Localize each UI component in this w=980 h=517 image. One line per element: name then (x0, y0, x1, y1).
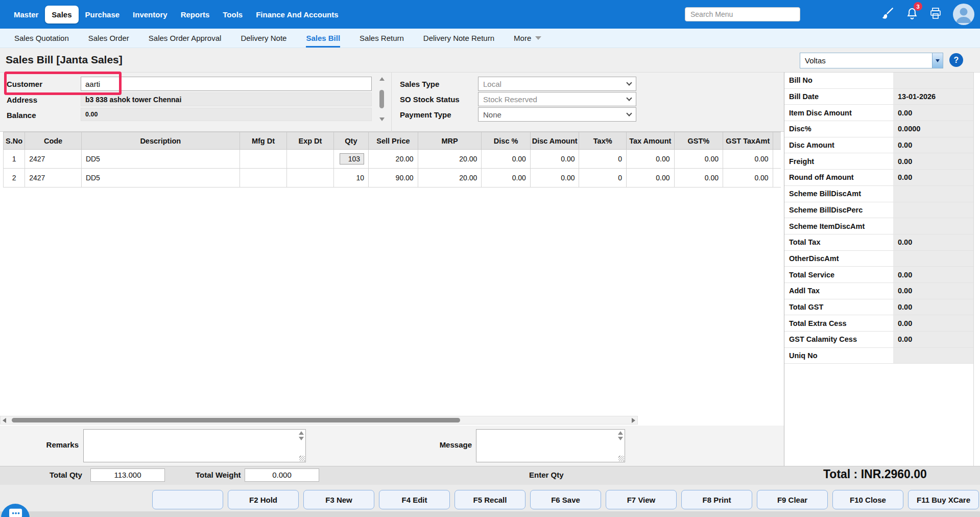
function-button-f11-buy-xcare[interactable]: F11 Buy XCare (908, 490, 979, 509)
cell-qty[interactable]: 103 (333, 150, 368, 169)
function-button-f9-clear[interactable]: F9 Clear (757, 490, 828, 509)
menu-item-purchase[interactable]: Purchase (79, 6, 127, 24)
help-icon[interactable]: ? (949, 53, 963, 67)
column-header-exp-dt[interactable]: Exp Dt (287, 132, 334, 150)
summary-value-scheme-billdiscamt[interactable] (893, 186, 973, 202)
tab-delivery-note[interactable]: Delivery Note (241, 29, 286, 48)
theme-brush-icon[interactable] (880, 7, 894, 21)
cell-mrp[interactable]: 20.00 (418, 150, 482, 169)
summary-value-bill-date[interactable]: 13-01-2026 (893, 89, 973, 105)
so-stock-status-select[interactable]: Stock Reserved (478, 92, 636, 106)
menu-item-sales[interactable]: Sales (45, 6, 78, 24)
selected-cell[interactable]: 103 (340, 153, 364, 165)
column-header-mfg-dt[interactable]: Mfg Dt (240, 132, 287, 150)
sales-type-select[interactable]: Local (478, 77, 636, 91)
search-input[interactable] (685, 7, 800, 21)
company-selector-dropdown-button[interactable] (932, 53, 943, 68)
cell-mfg-dt[interactable] (240, 169, 287, 187)
column-header-tax-amount[interactable]: Tax Amount (626, 132, 674, 150)
grid-horizontal-scrollbar[interactable] (0, 416, 638, 425)
summary-value-total-tax[interactable]: 0.00 (893, 234, 973, 250)
summary-value-item-disc-amount[interactable]: 0.00 (893, 105, 973, 121)
cell-s[interactable] (773, 169, 781, 187)
column-header-code[interactable]: Code (25, 132, 82, 150)
cell-disc[interactable]: 0.00 (482, 150, 531, 169)
summary-value-total-extra-cess[interactable]: 0.00 (893, 315, 973, 331)
cell-description[interactable]: DD5 (81, 150, 240, 169)
summary-value-disc[interactable]: 0.0000 (893, 121, 973, 137)
tab-delivery-note-return[interactable]: Delivery Note Return (423, 29, 494, 48)
cell-mrp[interactable]: 20.00 (418, 169, 482, 187)
scroll-down-icon[interactable] (618, 437, 623, 440)
cell-disc-amount[interactable]: 0.00 (530, 169, 579, 187)
summary-value-addl-tax[interactable]: 0.00 (893, 283, 973, 299)
tab-sales-quotation[interactable]: Sales Quotation (14, 29, 69, 48)
scroll-down-icon[interactable] (379, 118, 385, 121)
column-header-disc-amount[interactable]: Disc Amount (530, 132, 579, 150)
scroll-up-icon[interactable] (379, 77, 385, 81)
cell-code[interactable]: 2427 (25, 169, 82, 187)
cell-qty[interactable]: 10 (333, 169, 368, 187)
menu-item-reports[interactable]: Reports (174, 6, 217, 24)
tab-sales-order[interactable]: Sales Order (88, 29, 129, 48)
menu-item-finance-and-accounts[interactable]: Finance And Accounts (249, 6, 345, 24)
tab-sales-return[interactable]: Sales Return (360, 29, 404, 48)
column-header-s[interactable]: S (773, 132, 781, 150)
resize-grip-icon[interactable] (618, 456, 624, 461)
scroll-down-icon[interactable] (299, 437, 304, 440)
cell-mfg-dt[interactable] (240, 150, 287, 169)
chat-icon[interactable] (1, 504, 30, 517)
summary-value-otherdiscamt[interactable] (893, 251, 973, 267)
column-header-gst[interactable]: GST% (674, 132, 723, 150)
scroll-left-icon[interactable] (3, 418, 6, 423)
summary-value-bill-no[interactable] (893, 73, 973, 88)
tab-sales-order-approval[interactable]: Sales Order Approval (149, 29, 222, 48)
column-header-qty[interactable]: Qty (333, 132, 368, 150)
cell-s[interactable] (773, 150, 781, 169)
summary-value-disc-amount[interactable]: 0.00 (893, 137, 973, 153)
cell-tax[interactable]: 0 (579, 169, 627, 187)
cell-sell-price[interactable]: 90.00 (369, 169, 418, 187)
function-button-f7-view[interactable]: F7 View (606, 490, 677, 509)
function-button-f5-recall[interactable]: F5 Recall (455, 490, 525, 509)
customer-input[interactable] (81, 77, 372, 91)
cell-code[interactable]: 2427 (25, 150, 82, 169)
cell-exp-dt[interactable] (287, 169, 334, 187)
column-header-sell-price[interactable]: Sell Price (369, 132, 418, 150)
function-button-f2-hold[interactable]: F2 Hold (228, 490, 299, 509)
cell-tax[interactable]: 0 (579, 150, 627, 169)
menu-item-tools[interactable]: Tools (216, 6, 249, 24)
scrollbar-thumb[interactable] (379, 90, 384, 108)
scroll-up-icon[interactable] (618, 431, 623, 435)
balance-field[interactable]: 0.00 (81, 108, 372, 121)
user-avatar-icon[interactable] (953, 4, 974, 25)
cell-s-no[interactable]: 1 (4, 150, 25, 169)
summary-value-uniq-no[interactable] (893, 348, 973, 364)
remarks-textarea[interactable] (84, 430, 305, 462)
scroll-up-icon[interactable] (299, 431, 304, 435)
menu-item-inventory[interactable]: Inventory (126, 6, 174, 24)
cell-gst[interactable]: 0.00 (674, 169, 723, 187)
column-header-gst-taxamt[interactable]: GST TaxAmt (723, 132, 773, 150)
column-header-description[interactable]: Description (81, 132, 240, 150)
total-qty-field[interactable]: 113.000 (90, 468, 165, 482)
summary-value-scheme-itemdiscamt[interactable] (893, 218, 973, 234)
function-button-f10-close[interactable]: F10 Close (832, 490, 903, 509)
resize-grip-icon[interactable] (299, 456, 305, 461)
function-button-f4-edit[interactable]: F4 Edit (379, 490, 450, 509)
summary-value-scheme-billdiscperc[interactable] (893, 202, 973, 218)
function-button-f8-print[interactable]: F8 Print (681, 490, 752, 509)
column-header-disc[interactable]: Disc % (482, 132, 531, 150)
cell-description[interactable]: DD5 (81, 169, 240, 187)
function-button-f3-new[interactable]: F3 New (303, 490, 374, 509)
summary-value-gst-calamity-cess[interactable]: 0.00 (893, 332, 973, 347)
summary-value-total-service[interactable]: 0.00 (893, 267, 973, 283)
message-textarea[interactable] (476, 430, 625, 462)
company-selector[interactable]: Voltas (800, 53, 943, 68)
cell-gst-taxamt[interactable]: 0.00 (723, 169, 773, 187)
cell-tax-amount[interactable]: 0.00 (626, 169, 674, 187)
column-header-mrp[interactable]: MRP (418, 132, 482, 150)
address-field[interactable]: b3 838 ashok tower Chennai (81, 92, 372, 106)
cell-disc-amount[interactable]: 0.00 (530, 150, 579, 169)
cell-tax-amount[interactable]: 0.00 (626, 150, 674, 169)
